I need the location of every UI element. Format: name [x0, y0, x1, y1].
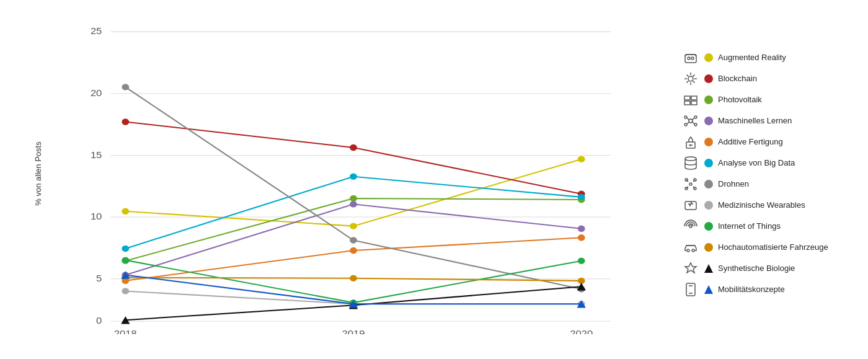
svg-point-63 [694, 116, 697, 118]
svg-point-86 [692, 249, 694, 252]
svg-point-25 [350, 201, 357, 207]
legend-icon [682, 175, 699, 193]
svg-point-33 [122, 84, 129, 90]
legend-label: Hochautomatisierte Fahrzeuge [718, 242, 828, 252]
legend-item: Internet of Things [682, 218, 862, 235]
svg-text:2020: 2020 [570, 329, 593, 334]
svg-rect-56 [691, 96, 697, 100]
svg-point-34 [350, 237, 357, 243]
legend-item: Augmented Reality [682, 49, 862, 66]
svg-rect-58 [691, 101, 697, 105]
legend-label: Additive Fertigung [718, 137, 783, 146]
svg-line-66 [687, 118, 689, 120]
legend-marker-dot [704, 95, 713, 104]
svg-rect-51 [685, 55, 696, 63]
legend-marker-dot [704, 243, 713, 252]
legend-icon [682, 112, 699, 130]
svg-point-26 [578, 226, 585, 232]
svg-point-74 [689, 183, 692, 185]
legend-marker-dot [704, 180, 713, 188]
legend-item: Synthetische Biologie [682, 260, 862, 277]
legend-item: Mobilitätskonzepte [682, 281, 862, 298]
svg-point-43 [350, 275, 357, 281]
svg-text:25: 25 [91, 26, 102, 36]
legend-icon [682, 49, 699, 66]
svg-point-39 [122, 257, 129, 263]
legend-item: Maschinelles Lernen [682, 112, 862, 130]
legend-item: Medizinische Wearables [682, 197, 862, 214]
legend-area: Augmented RealityBlockchainPhotovoltaikM… [670, 12, 862, 334]
svg-text:5: 5 [96, 273, 102, 283]
legend-item: Analyse von Big Data [682, 154, 862, 172]
svg-point-18 [122, 118, 129, 125]
svg-point-19 [350, 144, 357, 151]
legend-label: Synthetische Biologie [718, 264, 795, 273]
legend-item: Blockchain [682, 70, 862, 87]
legend-icon [682, 154, 699, 172]
svg-text:20: 20 [91, 88, 102, 98]
svg-point-53 [691, 57, 694, 60]
chart-area: % von allen Posts 25 20 15 10 5 0 [37, 12, 670, 334]
legend-item: Drohnen [682, 175, 862, 193]
svg-point-31 [350, 174, 357, 180]
legend-label: Photovoltaik [718, 95, 762, 104]
svg-point-17 [578, 156, 585, 162]
svg-point-65 [694, 123, 697, 126]
svg-point-30 [122, 246, 129, 252]
legend-icon [682, 260, 699, 277]
legend-marker-dot [704, 117, 713, 125]
svg-point-15 [122, 208, 129, 215]
legend-label: Drohnen [718, 179, 749, 188]
legend-marker-dot [704, 74, 713, 83]
legend-marker-dot [704, 222, 713, 231]
legend-icon [682, 239, 699, 256]
svg-line-67 [692, 118, 694, 120]
svg-text:10: 10 [91, 211, 102, 221]
legend-marker-dot [704, 201, 713, 210]
svg-rect-55 [684, 96, 690, 100]
svg-text:2018: 2018 [114, 329, 137, 334]
legend-label: Blockchain [718, 74, 757, 83]
legend-icon [682, 218, 699, 235]
svg-point-16 [350, 223, 357, 229]
main-container: % von allen Posts 25 20 15 10 5 0 [0, 0, 868, 359]
legend-icon [682, 133, 699, 151]
legend-icon [682, 70, 699, 87]
svg-text:15: 15 [91, 150, 102, 160]
legend-item: Hochautomatisierte Fahrzeuge [682, 239, 862, 256]
legend-marker-dot [704, 159, 713, 167]
legend-item: Additive Fertigung [682, 133, 862, 151]
svg-point-85 [687, 249, 689, 252]
legend-icon [682, 281, 699, 298]
svg-point-32 [578, 194, 585, 200]
chart-svg: 25 20 15 10 5 0 2018 2019 2020 [37, 12, 670, 334]
legend-marker-triangle [704, 264, 713, 273]
svg-point-29 [578, 234, 585, 241]
svg-point-73 [685, 157, 696, 161]
legend-icon [682, 197, 699, 214]
svg-point-64 [684, 123, 687, 126]
svg-rect-57 [684, 101, 690, 105]
legend-item: Photovoltaik [682, 91, 862, 109]
svg-rect-87 [686, 283, 695, 296]
legend-label: Analyse von Big Data [718, 158, 795, 167]
legend-marker-dot [704, 53, 713, 62]
legend-label: Internet of Things [718, 221, 781, 231]
legend-marker-dot [704, 138, 713, 146]
svg-line-68 [687, 122, 689, 124]
svg-line-69 [692, 122, 694, 124]
svg-point-52 [688, 57, 690, 60]
chart-inner: 25 20 15 10 5 0 2018 2019 2020 [37, 12, 670, 334]
svg-point-84 [689, 225, 692, 228]
svg-point-41 [578, 257, 585, 264]
svg-point-36 [122, 288, 129, 294]
svg-text:0: 0 [96, 316, 102, 326]
svg-point-22 [350, 195, 357, 202]
legend-label: Maschinelles Lernen [718, 116, 792, 125]
svg-point-54 [688, 76, 693, 81]
legend-label: Medizinische Wearables [718, 200, 805, 210]
svg-text:2019: 2019 [342, 329, 365, 334]
svg-point-62 [684, 116, 687, 118]
legend-label: Augmented Reality [718, 53, 786, 62]
legend-label: Mobilitätskonzepte [718, 285, 785, 294]
